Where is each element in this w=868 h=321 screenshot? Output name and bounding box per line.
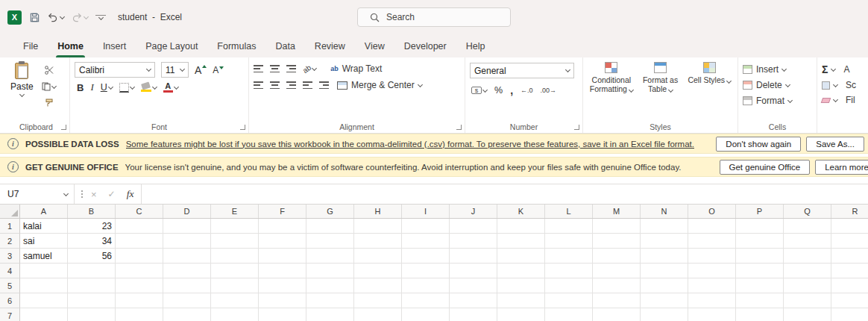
cell-M1[interactable] <box>593 219 641 234</box>
cell-O5[interactable] <box>688 278 736 293</box>
cell-D1[interactable] <box>163 219 211 234</box>
bold-button[interactable]: B <box>77 82 84 93</box>
tab-insert[interactable]: Insert <box>93 34 136 57</box>
cell-A7[interactable] <box>20 308 68 321</box>
cell-H4[interactable] <box>354 264 402 278</box>
underline-button[interactable]: U <box>101 82 113 93</box>
cancel-entry-button[interactable]: × <box>91 189 97 200</box>
cell-N1[interactable] <box>641 219 688 234</box>
cell-E4[interactable] <box>211 264 259 278</box>
cell-D2[interactable] <box>163 234 211 249</box>
cell-B6[interactable] <box>68 293 116 308</box>
cell-D6[interactable] <box>163 293 211 308</box>
cell-G7[interactable] <box>306 308 354 321</box>
cell-A3[interactable]: samuel <box>20 249 68 264</box>
paste-button[interactable]: Paste <box>7 60 39 121</box>
cell-I2[interactable] <box>402 234 450 249</box>
cell-M6[interactable] <box>593 293 641 308</box>
cell-L3[interactable] <box>545 249 593 264</box>
clear-button[interactable]: Fil <box>822 95 868 105</box>
cell-C5[interactable] <box>116 278 163 293</box>
font-color-button[interactable]: A <box>163 83 178 93</box>
cell-J3[interactable] <box>450 249 497 264</box>
cell-G2[interactable] <box>306 234 354 249</box>
cell-L1[interactable] <box>545 219 593 234</box>
cell-M3[interactable] <box>593 249 641 264</box>
cell-I6[interactable] <box>402 293 450 308</box>
cell-M4[interactable] <box>593 264 641 278</box>
cell-F5[interactable] <box>259 278 306 293</box>
cell-L6[interactable] <box>545 293 593 308</box>
cell-J4[interactable] <box>450 264 497 278</box>
tab-data[interactable]: Data <box>265 34 304 57</box>
cell-H5[interactable] <box>354 278 402 293</box>
tab-file[interactable]: File <box>13 34 48 57</box>
cell-N2[interactable] <box>641 234 688 249</box>
italic-button[interactable]: I <box>90 81 93 93</box>
cell-N3[interactable] <box>641 249 688 264</box>
cell-E3[interactable] <box>211 249 259 264</box>
cell-R3[interactable] <box>831 249 868 264</box>
cell-E2[interactable] <box>211 234 259 249</box>
cell-I7[interactable] <box>402 308 450 321</box>
align-center-icon[interactable] <box>270 81 280 89</box>
cell-A2[interactable]: sai <box>20 234 68 249</box>
cell-B5[interactable] <box>68 278 116 293</box>
cell-G4[interactable] <box>306 264 354 278</box>
wrap-text-button[interactable]: ab Wrap Text <box>330 63 382 74</box>
name-box-resize-handle[interactable] <box>75 184 89 204</box>
cell-C4[interactable] <box>116 264 163 278</box>
cell-Q6[interactable] <box>784 293 831 308</box>
cell-F3[interactable] <box>259 249 306 264</box>
column-header-E[interactable]: E <box>211 205 259 218</box>
cell-J2[interactable] <box>450 234 497 249</box>
cell-D3[interactable] <box>163 249 211 264</box>
comma-style-button[interactable]: , <box>510 84 513 96</box>
increase-indent-icon[interactable] <box>319 81 329 89</box>
clipboard-dialog-launcher[interactable] <box>61 125 66 130</box>
column-header-H[interactable]: H <box>354 205 402 218</box>
align-left-icon[interactable] <box>254 81 263 89</box>
tab-formulas[interactable]: Formulas <box>207 34 265 57</box>
cell-Q1[interactable] <box>784 219 831 234</box>
name-box[interactable]: U7 <box>0 184 75 204</box>
cell-H3[interactable] <box>354 249 402 264</box>
copy-button[interactable] <box>39 80 60 93</box>
cell-A1[interactable]: kalai <box>20 219 68 234</box>
cell-H6[interactable] <box>354 293 402 308</box>
undo-button[interactable] <box>48 13 64 22</box>
column-header-G[interactable]: G <box>306 205 354 218</box>
excel-app-icon[interactable]: X <box>7 10 22 25</box>
cell-K5[interactable] <box>497 278 545 293</box>
row-header-7[interactable]: 7 <box>0 308 20 321</box>
cell-R7[interactable] <box>831 308 868 321</box>
number-format-combo[interactable]: General <box>470 63 574 78</box>
cell-F4[interactable] <box>259 264 306 278</box>
decrease-indent-icon[interactable] <box>303 81 312 89</box>
column-header-O[interactable]: O <box>688 205 736 218</box>
cell-A6[interactable] <box>20 293 68 308</box>
font-name-combo[interactable]: Calibri <box>75 62 155 78</box>
cell-P7[interactable] <box>736 308 784 321</box>
save-as-button[interactable]: Save As... <box>806 137 864 152</box>
percent-style-button[interactable]: % <box>494 85 503 96</box>
cell-N7[interactable] <box>641 308 688 321</box>
cell-K3[interactable] <box>497 249 545 264</box>
cell-P4[interactable] <box>736 264 784 278</box>
cell-R6[interactable] <box>831 293 868 308</box>
column-header-Q[interactable]: Q <box>784 205 831 218</box>
tab-help[interactable]: Help <box>456 34 495 57</box>
cell-R4[interactable] <box>831 264 868 278</box>
row-header-6[interactable]: 6 <box>0 293 20 308</box>
cell-O4[interactable] <box>688 264 736 278</box>
cell-P6[interactable] <box>736 293 784 308</box>
cell-L4[interactable] <box>545 264 593 278</box>
increase-decimal-button[interactable]: ←.0 <box>521 87 533 94</box>
cell-I5[interactable] <box>402 278 450 293</box>
cell-I1[interactable] <box>402 219 450 234</box>
cell-H7[interactable] <box>354 308 402 321</box>
cell-C6[interactable] <box>116 293 163 308</box>
alignment-dialog-launcher[interactable] <box>456 125 462 130</box>
cell-J6[interactable] <box>450 293 497 308</box>
cell-M2[interactable] <box>593 234 641 249</box>
